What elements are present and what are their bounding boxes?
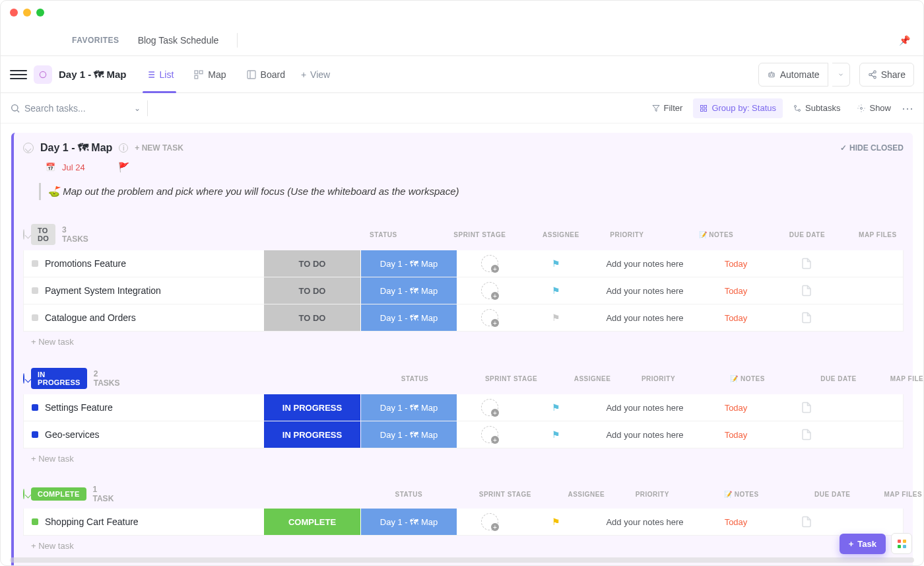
sprint-cell[interactable]: Day 1 - 🗺 Map: [360, 304, 457, 331]
close-window-icon[interactable]: [10, 9, 18, 17]
task-row[interactable]: Promotions Feature TO DO Day 1 - 🗺 Map ⚑…: [23, 250, 904, 277]
status-cell[interactable]: TO DO: [264, 250, 360, 277]
status-cell[interactable]: TO DO: [264, 277, 360, 304]
chevron-down-icon[interactable]: ⌄: [134, 104, 141, 113]
notes-cell[interactable]: Add your notes here: [589, 394, 701, 421]
new-task-button[interactable]: + New task: [23, 332, 904, 352]
notes-cell[interactable]: Add your notes here: [589, 304, 701, 331]
add-view-button[interactable]: + View: [301, 69, 330, 80]
add-assignee-icon[interactable]: [481, 399, 498, 416]
priority-cell[interactable]: ⚑: [523, 304, 589, 331]
status-pill[interactable]: TO DO: [31, 224, 55, 245]
collapse-icon[interactable]: [23, 373, 24, 384]
sprint-cell[interactable]: Day 1 - 🗺 Map: [360, 277, 457, 304]
due-date-cell[interactable]: Today: [701, 421, 771, 448]
task-name-cell[interactable]: Geo-services: [24, 421, 264, 448]
files-cell[interactable]: [771, 277, 842, 304]
priority-cell[interactable]: ⚑: [523, 394, 589, 421]
info-icon[interactable]: i: [119, 143, 128, 153]
new-task-fab[interactable]: + Task: [840, 534, 886, 554]
due-date-cell[interactable]: Today: [701, 394, 771, 421]
date-label[interactable]: Jul 24: [62, 162, 85, 172]
files-cell[interactable]: [771, 250, 842, 277]
due-date-cell[interactable]: Today: [701, 250, 771, 277]
task-name-cell[interactable]: Catalogue and Orders: [24, 304, 264, 331]
priority-cell[interactable]: ⚑: [523, 277, 589, 304]
apps-button[interactable]: [891, 533, 912, 554]
status-cell[interactable]: TO DO: [264, 304, 360, 331]
status-cell[interactable]: COMPLETE: [264, 509, 360, 535]
add-assignee-icon[interactable]: [481, 426, 498, 443]
task-row[interactable]: Settings Feature IN PROGRESS Day 1 - 🗺 M…: [23, 394, 904, 421]
new-task-button[interactable]: + New task: [23, 536, 904, 556]
status-pill[interactable]: COMPLETE: [31, 487, 86, 501]
notes-cell[interactable]: Add your notes here: [589, 509, 701, 535]
maximize-window-icon[interactable]: [36, 9, 44, 17]
show-button[interactable]: Show: [851, 98, 898, 118]
minimize-window-icon[interactable]: [23, 9, 31, 17]
files-cell[interactable]: [771, 304, 842, 331]
subtasks-button[interactable]: Subtasks: [787, 98, 847, 118]
add-assignee-icon[interactable]: [481, 513, 498, 530]
collapse-icon[interactable]: [23, 143, 34, 153]
priority-cell[interactable]: ⚑: [523, 421, 589, 448]
pin-icon[interactable]: 📌: [899, 35, 910, 46]
task-row[interactable]: Payment System Integration TO DO Day 1 -…: [23, 277, 904, 304]
files-cell[interactable]: [771, 421, 842, 448]
status-cell[interactable]: IN PROGRESS: [264, 421, 360, 448]
task-name-cell[interactable]: Promotions Feature: [24, 250, 264, 277]
list-color-icon[interactable]: [34, 65, 52, 84]
add-assignee-icon[interactable]: [481, 309, 498, 326]
new-task-button[interactable]: + New task: [23, 448, 904, 469]
task-name-cell[interactable]: Payment System Integration: [24, 277, 264, 304]
status-pill[interactable]: IN PROGRESS: [31, 368, 87, 389]
breadcrumb-blog[interactable]: Blog Task Schedule: [138, 35, 219, 46]
due-date-cell[interactable]: Today: [701, 277, 771, 304]
assignee-cell[interactable]: [457, 394, 523, 421]
priority-cell[interactable]: ⚑: [523, 250, 589, 277]
add-assignee-icon[interactable]: [481, 255, 498, 272]
notes-cell[interactable]: Add your notes here: [589, 421, 701, 448]
sprint-cell[interactable]: Day 1 - 🗺 Map: [360, 509, 457, 535]
due-date-cell[interactable]: Today: [701, 304, 771, 331]
files-cell[interactable]: [771, 509, 842, 535]
automate-chevron[interactable]: [832, 63, 850, 87]
notes-cell[interactable]: Add your notes here: [589, 250, 701, 277]
group-by-button[interactable]: Group by: Status: [693, 98, 783, 118]
task-name-cell[interactable]: Settings Feature: [24, 394, 264, 421]
add-assignee-icon[interactable]: [481, 282, 498, 299]
notes-cell[interactable]: Add your notes here: [589, 277, 701, 304]
task-row[interactable]: Catalogue and Orders TO DO Day 1 - 🗺 Map…: [23, 304, 904, 332]
more-icon[interactable]: ⋯: [902, 101, 914, 116]
files-cell[interactable]: [771, 394, 842, 421]
search-input[interactable]: [24, 103, 130, 114]
sprint-cell[interactable]: Day 1 - 🗺 Map: [360, 394, 457, 421]
assignee-cell[interactable]: [457, 277, 523, 304]
tab-list[interactable]: List: [137, 56, 182, 93]
assignee-cell[interactable]: [457, 250, 523, 277]
collapse-icon[interactable]: [23, 489, 24, 499]
tab-board[interactable]: Board: [238, 56, 293, 93]
automate-button[interactable]: Automate: [758, 63, 828, 87]
new-task-link[interactable]: + NEW TASK: [135, 143, 183, 153]
filter-button[interactable]: Filter: [645, 98, 690, 118]
assignee-cell[interactable]: [457, 509, 523, 535]
sprint-cell[interactable]: Day 1 - 🗺 Map: [360, 421, 457, 448]
sprint-cell[interactable]: Day 1 - 🗺 Map: [360, 250, 457, 277]
scrollbar-horizontal[interactable]: [10, 557, 914, 563]
task-name-cell[interactable]: Shopping Cart Feature: [24, 509, 264, 535]
task-row[interactable]: Geo-services IN PROGRESS Day 1 - 🗺 Map ⚑…: [23, 421, 904, 448]
tab-map[interactable]: Map: [185, 56, 234, 93]
menu-icon[interactable]: [10, 66, 27, 83]
hide-closed-button[interactable]: ✓ HIDE CLOSED: [840, 143, 904, 153]
status-cell[interactable]: IN PROGRESS: [264, 394, 360, 421]
flag-icon[interactable]: 🚩: [118, 162, 129, 172]
assignee-cell[interactable]: [457, 421, 523, 448]
share-button[interactable]: Share: [859, 63, 914, 87]
assignee-cell[interactable]: [457, 304, 523, 331]
collapse-icon[interactable]: [23, 229, 24, 240]
task-row[interactable]: Shopping Cart Feature COMPLETE Day 1 - 🗺…: [23, 509, 904, 536]
priority-cell[interactable]: ⚑: [523, 509, 589, 535]
breadcrumb-favorites[interactable]: FAVORITES: [72, 36, 119, 45]
due-date-cell[interactable]: Today: [701, 509, 771, 535]
